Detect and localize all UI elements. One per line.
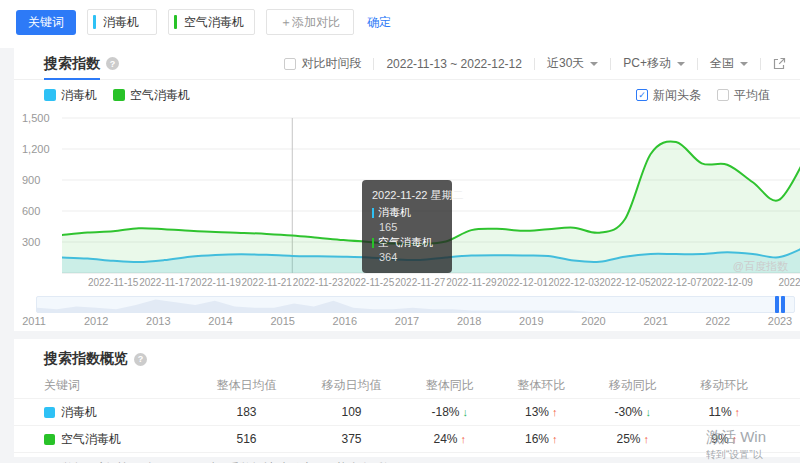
windows-activation-watermark: 激活 Win 转到“设置”以	[706, 428, 766, 462]
divider	[610, 58, 611, 70]
slider-handle-left[interactable]	[775, 296, 779, 313]
keyword2-value: 空气消毒机	[184, 14, 244, 31]
x-axis-tick: 2022-12-03	[548, 277, 599, 288]
trend-arrow-icon: ↑	[552, 433, 558, 445]
timeline-year-label: 2015	[270, 315, 294, 327]
legend-label: 空气消毒机	[130, 87, 190, 104]
overall-yoy-value: -18%↓	[404, 405, 496, 419]
tab-label: 搜索指数	[44, 55, 100, 73]
table-row: 消毒机 183 109 -18%↓ 13%↑ -30%↓ 11%↑	[14, 399, 800, 426]
timeline-year-label: 2017	[395, 315, 419, 327]
timeline-year-label: 2023	[768, 315, 792, 327]
confirm-link[interactable]: 确定	[367, 14, 391, 31]
y-axis-tick: 300	[14, 236, 56, 248]
legend-item-keyword1[interactable]: 消毒机	[44, 87, 97, 104]
x-axis-tick: 2022-11-17	[139, 277, 189, 288]
overview-title: 搜索指数概览	[44, 350, 128, 368]
timeline-slider[interactable]	[36, 296, 795, 313]
keyword-input-1[interactable]: 消毒机	[87, 9, 157, 35]
compare-period-checkbox[interactable]: 对比时间段	[284, 55, 361, 72]
export-icon[interactable]	[773, 57, 786, 70]
tooltip-series-bar	[372, 238, 374, 248]
add-compare-button[interactable]: ＋添加对比	[266, 9, 354, 35]
legend-swatch	[44, 89, 56, 101]
trend-arrow-icon: ↑	[644, 433, 650, 445]
tooltip-date: 2022-11-22 星期二	[372, 188, 442, 203]
col-mobile-mom: 移动环比	[679, 377, 771, 394]
col-mobile-yoy: 移动同比	[587, 377, 679, 394]
divider	[534, 58, 535, 70]
keyword1-accent-bar	[93, 15, 96, 29]
col-overall-daily-avg: 整体日均值	[194, 377, 299, 394]
timeline-year-label: 2014	[208, 315, 232, 327]
tooltip-series-label: 空气消毒机	[378, 235, 433, 250]
page-background: 搜索指数 ? 对比时间段 2022-11-13 ~ 2022-12-12 近30…	[0, 48, 800, 463]
timeline-year-label: 2020	[581, 315, 605, 327]
col-keyword: 关键词	[44, 377, 194, 394]
range-preset-dropdown[interactable]: 近30天	[547, 55, 598, 72]
help-icon[interactable]: ?	[134, 353, 147, 366]
x-axis-tick: 2022-11-21	[241, 277, 291, 288]
news-headlines-checkbox[interactable]: ✓ 新闻头条	[636, 87, 701, 104]
trend-arrow-icon: ↑	[552, 406, 558, 418]
legend-item-keyword2[interactable]: 空气消毒机	[113, 87, 190, 104]
slider-handle-right[interactable]	[781, 296, 785, 313]
tooltip-series-label: 消毒机	[378, 205, 411, 220]
table-row: 空气消毒机 516 375 24%↑ 16%↑ 25%↑ 9%↑	[14, 426, 800, 453]
average-label: 平均值	[734, 87, 770, 104]
chevron-down-icon	[740, 62, 748, 66]
trend-arrow-icon: ↑	[461, 433, 467, 445]
timeline-sketch	[37, 297, 800, 312]
timeline-years: 2011201220132014201520162017201820192020…	[34, 315, 780, 331]
x-axis-tick: 2022-11-15	[88, 277, 138, 288]
overall-yoy-value: 24%↑	[404, 432, 496, 446]
average-checkbox[interactable]: 平均值	[717, 87, 770, 104]
table-header-row: 关键词 整体日均值 移动日均值 整体同比 整体环比 移动同比 移动环比	[14, 373, 800, 399]
help-icon[interactable]: ?	[106, 57, 119, 70]
y-axis-tick: 1,500	[14, 112, 56, 124]
mobile-yoy-value: 25%↑	[587, 432, 679, 446]
tab-search-index[interactable]: 搜索指数 ?	[44, 48, 119, 80]
timeline-year-label: 2022	[706, 315, 730, 327]
timeline-year-label: 2011	[22, 315, 46, 327]
keyword1-value: 消毒机	[103, 14, 139, 31]
region-label: 全国	[710, 55, 734, 72]
checkbox-icon	[284, 58, 296, 70]
tooltip-series-bar	[372, 208, 374, 218]
search-index-card: 搜索指数 ? 对比时间段 2022-11-13 ~ 2022-12-12 近30…	[14, 48, 800, 331]
keyword-swatch	[44, 407, 55, 418]
keyword-name: 消毒机	[61, 404, 97, 421]
col-overall-mom: 整体环比	[496, 377, 588, 394]
col-mobile-daily-avg: 移动日均值	[299, 377, 404, 394]
overall-avg-value: 516	[194, 432, 299, 446]
chevron-down-icon	[590, 62, 598, 66]
x-axis-tick: 2022-12-05	[599, 277, 650, 288]
date-range[interactable]: 2022-11-13 ~ 2022-12-12	[386, 57, 522, 71]
mobile-avg-value: 109	[299, 405, 404, 419]
range-preset-label: 近30天	[547, 55, 584, 72]
device-label: PC+移动	[623, 55, 671, 72]
mobile-yoy-value: -30%↓	[587, 405, 679, 419]
keyword-button[interactable]: 关键词	[16, 10, 76, 35]
trend-arrow-icon: ↓	[463, 406, 469, 418]
keyword2-accent-bar	[174, 15, 177, 29]
overall-mom-value: 13%↑	[496, 405, 588, 419]
x-axis-tick: 2022-11-25	[344, 277, 394, 288]
y-axis-tick: 900	[14, 174, 56, 186]
legend-label: 消毒机	[61, 87, 97, 104]
overview-card: 搜索指数概览 ? 关键词 整体日均值 移动日均值 整体同比 整体环比 移动同比 …	[14, 339, 800, 457]
trend-chart[interactable]: 3006009001,2001,500 2022-11-152022-11-17…	[14, 110, 800, 296]
x-axis-tick: 2022-12-12	[778, 277, 800, 288]
news-headlines-label: 新闻头条	[653, 87, 701, 104]
region-dropdown[interactable]: 全国	[710, 55, 748, 72]
checkbox-icon	[717, 89, 729, 101]
x-axis-tick: 2022-12-01	[497, 277, 548, 288]
keyword-name: 空气消毒机	[61, 431, 121, 448]
compare-period-label: 对比时间段	[301, 55, 361, 72]
checkbox-checked-icon: ✓	[636, 89, 648, 101]
legend-swatch	[113, 89, 125, 101]
baidu-index-watermark: @百度指数	[733, 259, 788, 274]
device-dropdown[interactable]: PC+移动	[623, 55, 685, 72]
x-axis-tick: 2022-12-09	[702, 277, 753, 288]
keyword-input-2[interactable]: 空气消毒机	[168, 9, 255, 35]
